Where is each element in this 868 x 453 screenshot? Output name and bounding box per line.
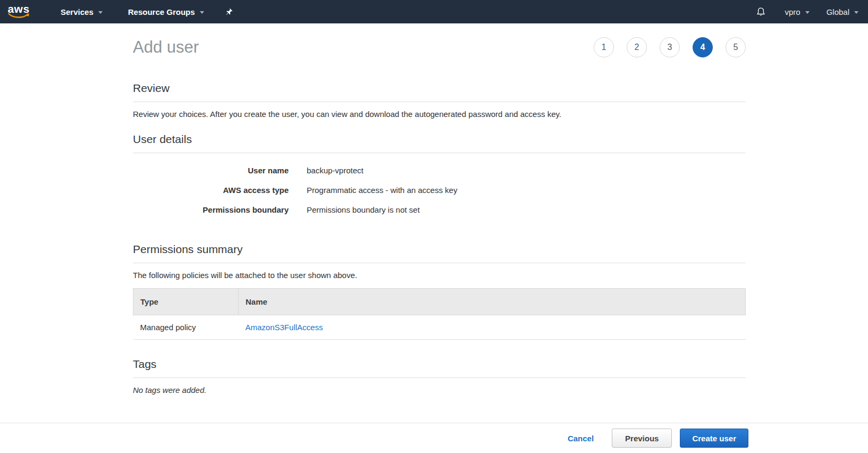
nav-region-label: Global xyxy=(827,7,849,16)
aws-logo[interactable]: aws xyxy=(7,4,30,20)
aws-smile-icon xyxy=(7,13,30,20)
policy-type-cell: Managed policy xyxy=(133,315,239,340)
bell-icon[interactable] xyxy=(755,6,766,18)
detail-row-permissions-boundary: Permissions boundary Permissions boundar… xyxy=(133,200,746,220)
policy-name-cell: AmazonS3FullAccess xyxy=(239,315,746,340)
create-user-button[interactable]: Create user xyxy=(680,429,748,448)
tags-empty-message: No tags were added. xyxy=(133,385,746,395)
divider xyxy=(133,263,746,263)
policies-table-header-row: Type Name xyxy=(133,289,746,315)
nav-services-label: Services xyxy=(61,7,94,16)
divider xyxy=(133,377,746,378)
detail-row-user-name: User name backup-vprotect xyxy=(133,161,746,180)
user-details-heading: User details xyxy=(133,133,746,146)
policy-name-link[interactable]: AmazonS3FullAccess xyxy=(246,323,323,332)
review-section: Review Review your choices. After you cr… xyxy=(133,82,746,119)
permissions-summary-section: Permissions summary The following polici… xyxy=(133,243,746,340)
nav-resource-groups[interactable]: Resource Groups xyxy=(128,7,204,16)
nav-services[interactable]: Services xyxy=(61,7,103,16)
review-description: Review your choices. After you create th… xyxy=(133,110,746,119)
name-column-header: Name xyxy=(239,289,746,315)
wizard-footer: Cancel Previous Create user xyxy=(0,423,868,453)
detail-row-access-type: AWS access type Programmatic access - wi… xyxy=(133,180,746,200)
divider xyxy=(133,153,746,153)
tags-section: Tags No tags were added. xyxy=(133,358,746,395)
wizard-header: Add user 1 2 3 4 5 xyxy=(133,37,746,57)
chevron-down-icon xyxy=(805,11,810,14)
previous-button[interactable]: Previous xyxy=(612,429,672,448)
permissions-description: The following policies will be attached … xyxy=(133,271,746,280)
step-3[interactable]: 3 xyxy=(660,37,680,57)
policy-table-row: Managed policy AmazonS3FullAccess xyxy=(133,315,746,340)
policies-table: Type Name Managed policy AmazonS3FullAcc… xyxy=(133,288,746,340)
tags-heading: Tags xyxy=(133,358,746,371)
cancel-button[interactable]: Cancel xyxy=(568,434,594,443)
navbar-right: vpro Global xyxy=(755,6,858,18)
permissions-boundary-value: Permissions boundary is not set xyxy=(307,205,746,214)
nav-resource-groups-label: Resource Groups xyxy=(128,7,195,16)
chevron-down-icon xyxy=(854,11,858,14)
step-indicator: 1 2 3 4 5 xyxy=(581,37,746,57)
review-heading: Review xyxy=(133,82,746,95)
user-name-value: backup-vprotect xyxy=(307,166,746,175)
chevron-down-icon xyxy=(98,11,103,14)
page-title: Add user xyxy=(133,38,199,57)
nav-account-menu[interactable]: vpro xyxy=(785,7,809,16)
permissions-summary-heading: Permissions summary xyxy=(133,243,746,256)
nav-account-label: vpro xyxy=(785,7,800,16)
chevron-down-icon xyxy=(200,11,204,14)
access-type-value: Programmatic access - with an access key xyxy=(307,186,746,195)
add-user-wizard: Add user 1 2 3 4 5 Review Review your ch… xyxy=(133,37,746,395)
step-2[interactable]: 2 xyxy=(627,37,647,57)
permissions-boundary-label: Permissions boundary xyxy=(133,205,289,214)
step-4-active[interactable]: 4 xyxy=(693,37,713,57)
step-1[interactable]: 1 xyxy=(594,37,614,57)
type-column-header: Type xyxy=(133,289,239,315)
top-navbar: aws Services Resource Groups xyxy=(0,0,868,23)
user-name-label: User name xyxy=(133,166,289,175)
user-details-section: User details User name backup-vprotect A… xyxy=(133,133,746,220)
user-details-rows: User name backup-vprotect AWS access typ… xyxy=(133,161,746,220)
divider xyxy=(133,102,746,102)
navbar-left: aws Services Resource Groups xyxy=(7,4,233,20)
nav-region-menu[interactable]: Global xyxy=(827,7,858,16)
pin-icon[interactable] xyxy=(224,7,233,16)
step-5[interactable]: 5 xyxy=(726,37,746,57)
access-type-label: AWS access type xyxy=(133,186,289,195)
